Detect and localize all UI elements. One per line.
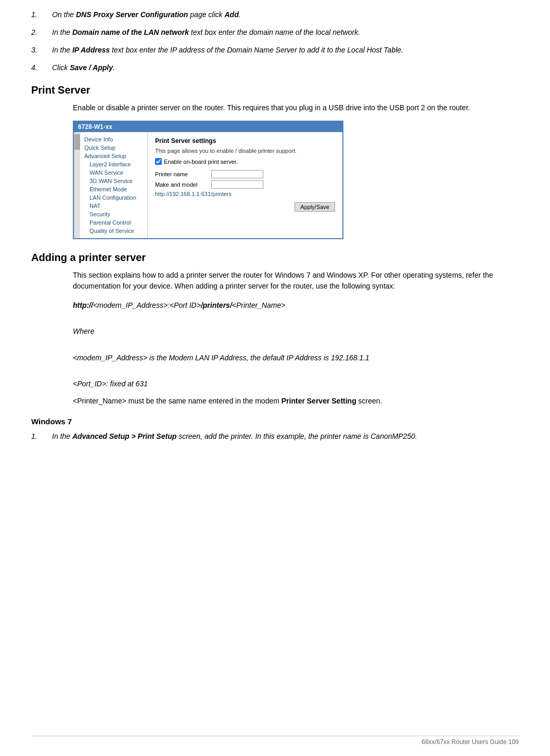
syntax-modem-ip: <modem_IP_Address> is the Modem LAN IP A… [73, 351, 519, 364]
print-server-heading: Print Server [31, 84, 519, 96]
syntax-line1: http://<modem_IP_Address>:<Port ID>/prin… [73, 299, 519, 312]
router-sidebar: Device Info Quick Setup Advanced Setup L… [80, 132, 148, 238]
step-3-content: In the IP Address text box enter the IP … [52, 46, 519, 54]
sidebar-item-wan-service[interactable]: WAN Service [80, 168, 147, 177]
adding-printer-heading: Adding a printer server [31, 252, 519, 264]
router-body: Device Info Quick Setup Advanced Setup L… [74, 132, 342, 238]
router-title-bar: 6728-W1-xx [74, 122, 342, 132]
printer-name-bold: Printer Server Setting [282, 397, 356, 405]
windows7-heading: Windows 7 [31, 417, 519, 426]
sidebar-item-layer2[interactable]: Layer2 Interface [80, 160, 147, 168]
footer-text: 66xx/67xx Router Users Guide 109 [421, 738, 519, 746]
adding-printer-body: This section explains how to add a print… [73, 270, 519, 292]
make-model-input[interactable] [211, 180, 263, 189]
step-1-bold2: Add [224, 10, 238, 19]
sidebar-item-3g-wan[interactable]: 3G WAN Service [80, 177, 147, 185]
step-1-content: On the DNS Proxy Server Configuration pa… [52, 10, 519, 19]
syntax-port-id: <Port_ID>: fixed at 631 [73, 377, 519, 390]
checkbox-row[interactable]: Enable on-board print server. [155, 158, 335, 165]
step-2-content: In the Domain name of the LAN network te… [52, 28, 519, 36]
step-2-number: 2. [31, 28, 52, 36]
step-2-bold: Domain name of the LAN network [72, 28, 189, 36]
printer-name-note: <Printer_Name> must be the same name ent… [73, 396, 519, 407]
win7-step-1: 1. In the Advanced Setup > Print Setup s… [31, 432, 519, 440]
printer-name-input[interactable] [211, 170, 263, 178]
sidebar-item-device-info[interactable]: Device Info [80, 135, 147, 144]
sidebar-item-lan-config[interactable]: LAN Configuration [80, 193, 147, 202]
router-main: Print Server settings This page allows y… [148, 132, 342, 238]
step-4-content: Click Save / Apply. [52, 63, 519, 72]
page-footer: 66xx/67xx Router Users Guide 109 [31, 736, 519, 746]
router-screenshot: 6728-W1-xx Device Info Quick Setup Advan… [73, 121, 343, 239]
sidebar-item-parental-control[interactable]: Parental Control [80, 218, 147, 227]
win7-step-1-bold: Advanced Setup > Print Setup [72, 432, 176, 440]
printer-name-label: Printer name [155, 171, 207, 177]
scrollbar-thumb[interactable] [74, 134, 80, 150]
step-2: 2. In the Domain name of the LAN network… [31, 28, 519, 36]
sidebar-item-security[interactable]: Security [80, 210, 147, 218]
win7-step-1-number: 1. [31, 432, 52, 440]
router-main-desc: This page allows you to enable / disable… [155, 148, 335, 154]
win7-step-1-content: In the Advanced Setup > Print Setup scre… [52, 432, 519, 440]
step-3-bold: IP Address [72, 46, 110, 54]
step-3-number: 3. [31, 46, 52, 54]
scrollbar[interactable] [74, 132, 80, 238]
make-model-label: Make and model [155, 181, 207, 188]
sidebar-item-quick-setup[interactable]: Quick Setup [80, 144, 147, 152]
sidebar-item-nat[interactable]: NAT [80, 202, 147, 210]
sidebar-item-ethernet-mode[interactable]: Ethernet Mode [80, 185, 147, 193]
enable-print-server-checkbox[interactable] [155, 158, 162, 165]
checkbox-label: Enable on-board print server. [164, 159, 238, 165]
printer-link[interactable]: http://192.168.1.1:631/printers [155, 191, 335, 197]
printer-name-note-before: <Printer_Name> must be the same name ent… [73, 397, 282, 405]
step-1-number: 1. [31, 10, 52, 19]
step-1: 1. On the DNS Proxy Server Configuration… [31, 10, 519, 19]
printer-name-row: Printer name [155, 170, 335, 178]
make-model-row: Make and model [155, 180, 335, 189]
syntax-block: http://<modem_IP_Address>:<Port ID>/prin… [73, 299, 519, 390]
syntax-where: Where [73, 325, 519, 338]
print-server-body: Enable or disable a printer server on th… [73, 102, 519, 113]
step-1-bold1: DNS Proxy Server Configuration [76, 10, 188, 19]
sidebar-item-qos[interactable]: Quality of Service [80, 227, 147, 235]
router-main-title: Print Server settings [155, 137, 335, 145]
step-3: 3. In the IP Address text box enter the … [31, 46, 519, 54]
step-4-number: 4. [31, 63, 52, 72]
step-4-bold: Save / Apply [70, 63, 113, 72]
printer-name-after: screen. [356, 397, 382, 405]
sidebar-item-advanced-setup[interactable]: Advanced Setup [80, 152, 147, 160]
step-4: 4. Click Save / Apply. [31, 63, 519, 72]
apply-save-button[interactable]: Apply/Save [295, 202, 335, 212]
